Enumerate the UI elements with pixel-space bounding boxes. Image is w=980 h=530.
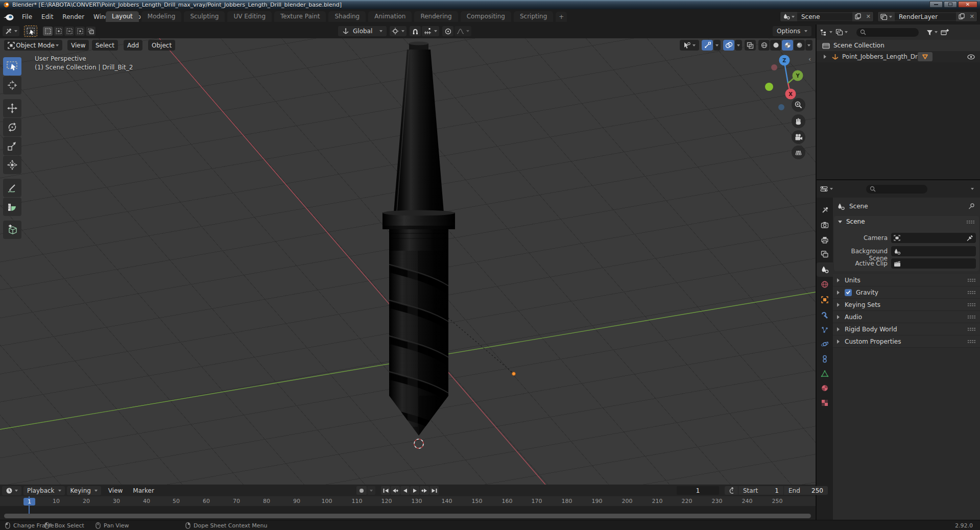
- jump-to-end-button[interactable]: [429, 486, 439, 495]
- menu-file[interactable]: File: [17, 11, 37, 22]
- outliner-row-scene-collection[interactable]: Scene Collection: [817, 40, 980, 51]
- overlays-dropdown[interactable]: [735, 40, 742, 51]
- tab-modeling[interactable]: Modeling: [141, 11, 182, 22]
- outliner-display-mode-dropdown[interactable]: [819, 27, 834, 37]
- gizmo-axis-y[interactable]: Y: [793, 70, 803, 81]
- properties-editor-type-dropdown[interactable]: [819, 184, 834, 194]
- eye-visibility-icon[interactable]: [967, 54, 975, 60]
- panel-grip-icon[interactable]: [967, 278, 976, 282]
- navigation-gizmo[interactable]: Z Y X: [764, 50, 815, 116]
- timeline-editor-type-dropdown[interactable]: [2, 486, 21, 495]
- tab-particles[interactable]: [817, 323, 833, 337]
- scene-browse-icon[interactable]: [780, 12, 797, 21]
- viewport-menu-add[interactable]: Add: [124, 40, 142, 51]
- scene-panel-header[interactable]: Scene: [834, 216, 979, 227]
- tool-cursor[interactable]: [3, 76, 21, 94]
- eyedropper-icon[interactable]: [966, 235, 973, 242]
- use-preview-range-button[interactable]: [725, 486, 738, 495]
- tool-transform[interactable]: [3, 156, 21, 174]
- select-mode-invert[interactable]: [75, 27, 85, 36]
- shading-material-button[interactable]: [782, 40, 793, 51]
- window-titlebar[interactable]: Blender* [E:\RABOTA\CONVERT\Point_Jobber…: [0, 0, 980, 9]
- maximize-button[interactable]: [944, 1, 957, 8]
- unlink-scene-button[interactable]: ✕: [864, 12, 873, 21]
- panel-grip-icon[interactable]: [967, 303, 976, 306]
- transform-orientation-dropdown[interactable]: Global: [338, 26, 387, 36]
- timeline-ruler[interactable]: 10 20 30 40 50 60 70 80 90 100 110 120 1…: [0, 496, 816, 506]
- tab-modifiers[interactable]: [817, 308, 833, 322]
- panel-custom-properties[interactable]: Custom Properties: [833, 335, 980, 348]
- end-frame-field[interactable]: End 250: [784, 486, 828, 495]
- properties-search-input[interactable]: [866, 185, 927, 194]
- render-layer-name[interactable]: RenderLayer: [895, 13, 956, 20]
- render-layer-selector[interactable]: RenderLayer ✕: [877, 11, 977, 22]
- tab-output[interactable]: [817, 233, 833, 247]
- current-frame-field[interactable]: 1: [677, 486, 719, 495]
- active-tool-select-box[interactable]: [24, 26, 37, 37]
- next-keyframe-button[interactable]: [420, 486, 429, 495]
- timeline-marker-menu[interactable]: Marker: [128, 487, 159, 494]
- scene-selector[interactable]: Scene ✕: [780, 11, 874, 22]
- tab-constraints[interactable]: [817, 352, 833, 366]
- camera-view-button[interactable]: [792, 130, 805, 144]
- tab-compositing[interactable]: Compositing: [461, 11, 511, 22]
- properties-options-caret[interactable]: [971, 188, 974, 190]
- tab-shading[interactable]: Shading: [328, 11, 366, 22]
- tab-rendering[interactable]: Rendering: [414, 11, 458, 22]
- panel-audio[interactable]: Audio: [833, 311, 980, 323]
- new-scene-button[interactable]: [852, 12, 864, 21]
- zoom-view-button[interactable]: [792, 98, 805, 112]
- tab-scripting[interactable]: Scripting: [514, 11, 553, 22]
- timeline-scrollbar[interactable]: [4, 514, 811, 518]
- panel-gravity[interactable]: Gravity: [833, 286, 980, 299]
- tool-measure[interactable]: [3, 198, 21, 216]
- new-collection-button[interactable]: [939, 27, 950, 37]
- pivot-point-dropdown[interactable]: [390, 26, 407, 36]
- object-origin-dot[interactable]: [512, 372, 516, 376]
- tool-select-box[interactable]: [3, 57, 21, 76]
- tab-tool[interactable]: [817, 203, 833, 217]
- tab-view-layer[interactable]: [817, 247, 833, 261]
- tool-annotate[interactable]: [3, 179, 21, 197]
- outliner-row-object[interactable]: Point_Jobbers_Length_Drill: [817, 51, 980, 62]
- timeline-view-menu[interactable]: View: [103, 487, 128, 494]
- tab-uv-editing[interactable]: UV Editing: [227, 11, 272, 22]
- camera-field[interactable]: [891, 233, 976, 243]
- viewport-menu-view[interactable]: View: [67, 40, 89, 51]
- shading-wireframe-button[interactable]: [758, 40, 770, 51]
- drill-bit-model[interactable]: [383, 42, 455, 436]
- shading-dropdown[interactable]: [805, 40, 812, 51]
- show-overlays-toggle[interactable]: [723, 40, 734, 51]
- panel-rigid-body-world[interactable]: Rigid Body World: [833, 323, 980, 335]
- panel-units[interactable]: Units: [833, 274, 980, 286]
- previous-keyframe-button[interactable]: [391, 486, 400, 495]
- gizmo-axis-neg-z[interactable]: [778, 104, 784, 110]
- pin-icon[interactable]: [968, 203, 975, 210]
- visibility-dropdown[interactable]: [680, 40, 699, 51]
- tab-texture-paint[interactable]: Texture Paint: [274, 11, 326, 22]
- jump-to-start-button[interactable]: [381, 486, 390, 495]
- xray-toggle[interactable]: [745, 40, 756, 51]
- tool-add-cube[interactable]: [3, 221, 21, 239]
- expand-arrow-icon[interactable]: [824, 55, 826, 59]
- tab-object-data[interactable]: [817, 367, 833, 381]
- tool-move[interactable]: [3, 99, 21, 117]
- tool-rotate[interactable]: [3, 118, 21, 136]
- tab-world[interactable]: [817, 277, 833, 292]
- keying-dropdown[interactable]: [367, 486, 375, 495]
- gizmo-axis-z[interactable]: Z: [779, 55, 790, 66]
- play-button[interactable]: [410, 486, 419, 495]
- proportional-editing-toggle[interactable]: [442, 26, 453, 36]
- outliner-item-label[interactable]: Point_Jobbers_Length_Drill: [842, 53, 923, 60]
- collapse-region-arrow[interactable]: ‹: [808, 55, 811, 63]
- outliner-item-label[interactable]: Scene Collection: [833, 42, 885, 49]
- keying-menu[interactable]: Keying: [67, 486, 101, 495]
- shading-solid-button[interactable]: [770, 40, 781, 51]
- panel-grip-icon[interactable]: [967, 315, 976, 319]
- outliner-search-input[interactable]: [856, 28, 919, 37]
- background-scene-field[interactable]: [891, 246, 976, 256]
- gizmo-dropdown[interactable]: [713, 40, 721, 51]
- panel-grip-icon[interactable]: [967, 340, 976, 343]
- menu-edit[interactable]: Edit: [37, 11, 58, 22]
- select-mode-intersect[interactable]: [86, 27, 95, 36]
